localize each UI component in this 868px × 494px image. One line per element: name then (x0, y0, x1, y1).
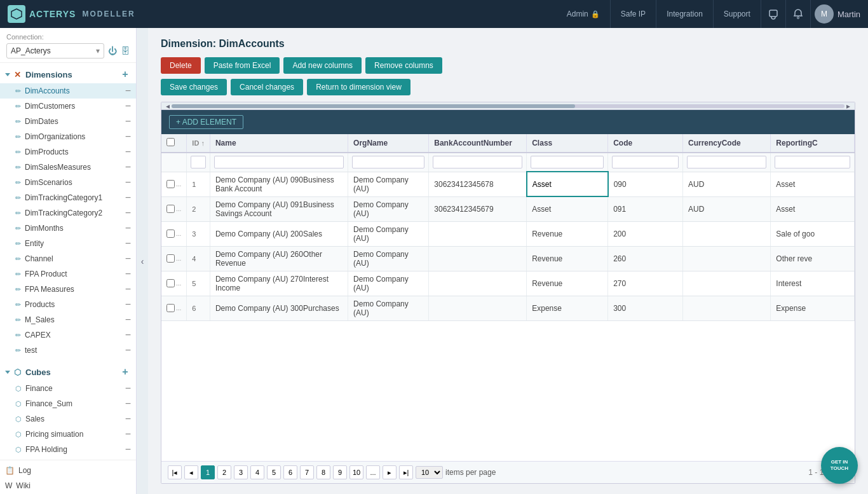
dim-track1-remove[interactable]: − (125, 193, 131, 203)
row-name-cell[interactable]: Demo Company (AU) 270Interest Income (210, 271, 348, 296)
row-reporting-cell[interactable]: Asset (771, 172, 855, 196)
pricing-remove[interactable]: − (125, 429, 131, 439)
row-orgname-cell[interactable]: Demo Company (AU) (348, 246, 429, 271)
scrollbar-track[interactable] (172, 104, 844, 108)
sales-remove[interactable]: − (125, 414, 131, 424)
row-class-cell[interactable] (527, 172, 608, 196)
dimensions-item-Products[interactable]: ✏ Products − (0, 297, 136, 312)
row-name-cell[interactable]: Demo Company (AU) 260Other Revenue (210, 246, 348, 271)
database-icon[interactable]: 🗄 (121, 46, 130, 56)
add-element-row[interactable]: + ADD ELEMENT (161, 110, 855, 134)
top-scrollbar[interactable]: ◂ ▸ (161, 102, 855, 110)
add-columns-button[interactable]: Add new columns (283, 57, 362, 74)
row-class-cell[interactable]: Revenue (527, 271, 608, 296)
col-code[interactable]: Code (608, 134, 683, 153)
filter-bank-input[interactable] (433, 156, 522, 168)
dim-prod-remove[interactable]: − (125, 147, 131, 157)
row-checkbox[interactable] (166, 180, 175, 188)
dimensions-item-DimOrganizations[interactable]: ✏ DimOrganizations − (0, 129, 136, 144)
row-class-cell[interactable]: Asset (527, 196, 608, 221)
dim-accounts-remove[interactable]: − (125, 86, 131, 96)
power-icon[interactable]: ⏻ (108, 46, 117, 56)
row-reporting-cell[interactable]: Interest (771, 271, 855, 296)
collapse-sidebar-btn[interactable]: ‹ (137, 28, 148, 494)
add-element-button[interactable]: + ADD ELEMENT (169, 115, 243, 129)
connection-select[interactable]: AP_Acterys ▾ (6, 43, 104, 58)
row-checkbox[interactable] (166, 230, 175, 238)
sidebar-log-item[interactable]: 📋 Log (0, 463, 136, 478)
dimensions-item-DimAccounts[interactable]: ✏ DimAccounts − (0, 83, 136, 99)
filter-class-input[interactable] (531, 156, 604, 168)
row-checkbox[interactable] (166, 254, 175, 263)
class-cell-input[interactable] (532, 180, 602, 189)
row-orgname-cell[interactable]: Demo Company (AU) (348, 172, 429, 196)
row-currency-cell[interactable]: AUD (683, 196, 771, 221)
row-checkbox[interactable] (166, 279, 175, 287)
filter-currency-input[interactable] (687, 156, 766, 168)
dimensions-item-DimCustomers[interactable]: ✏ DimCustomers − (0, 99, 136, 114)
page-9-btn[interactable]: 9 (333, 465, 347, 479)
col-id[interactable]: ID ↑ (187, 134, 210, 153)
col-bank[interactable]: BankAccountNumber (429, 134, 527, 153)
integration-btn[interactable]: Integration (656, 0, 714, 28)
cubes-add-btn[interactable]: + (119, 366, 131, 378)
dim-months-remove[interactable]: − (125, 223, 131, 233)
dim-scen-remove[interactable]: − (125, 177, 131, 188)
dimensions-item-DimTrackingCategory2[interactable]: ✏ DimTrackingCategory2 − (0, 205, 136, 221)
row-code-cell[interactable]: 200 (608, 221, 683, 246)
dimensions-header[interactable]: ✕ Dimensions + (0, 65, 136, 83)
page-size-select[interactable]: 10 25 50 (416, 466, 443, 479)
table-wrapper[interactable]: ID ↑ Name OrgName BankAccountNumber Clas… (161, 134, 855, 461)
row-code-cell[interactable]: 300 (608, 296, 683, 320)
row-reporting-cell[interactable]: Asset (771, 196, 855, 221)
row-name-cell[interactable]: Demo Company (AU) 300Purchases (210, 296, 348, 320)
row-code-cell[interactable]: 091 (608, 196, 683, 221)
filter-code-input[interactable] (612, 156, 679, 168)
select-all-checkbox[interactable] (166, 138, 175, 146)
row-bank-cell[interactable]: 30623412345678 (429, 172, 527, 196)
page-4-btn[interactable]: 4 (250, 465, 264, 479)
entity-remove[interactable]: − (125, 238, 131, 249)
row-bank-cell[interactable] (429, 246, 527, 271)
row-orgname-cell[interactable]: Demo Company (AU) (348, 196, 429, 221)
page-ellipsis-btn[interactable]: ... (366, 465, 380, 479)
col-name[interactable]: Name (210, 134, 348, 153)
filter-orgname-input[interactable] (352, 156, 424, 168)
dimensions-item-test[interactable]: ✏ test − (0, 343, 136, 358)
page-last-btn[interactable]: ▸| (399, 465, 413, 479)
dim-sales-remove[interactable]: − (125, 162, 131, 172)
row-currency-cell[interactable] (683, 271, 771, 296)
sidebar-item-FPA-Holding[interactable]: ⬡ FPA Holding − (0, 442, 136, 457)
products-remove[interactable]: − (125, 299, 131, 310)
row-bank-cell[interactable] (429, 296, 527, 320)
dim-dates-remove[interactable]: − (125, 116, 131, 127)
filter-name-input[interactable] (214, 156, 344, 168)
row-orgname-cell[interactable]: Demo Company (AU) (348, 221, 429, 246)
filter-id-input[interactable] (191, 156, 206, 168)
dimensions-item-MSales[interactable]: ✏ M_Sales − (0, 312, 136, 327)
avatar[interactable]: M (815, 4, 834, 24)
sidebar-item-Finance-Sum[interactable]: ⬡ Finance_Sum − (0, 396, 136, 411)
dimensions-item-DimScenarios[interactable]: ✏ DimScenarios − (0, 175, 136, 190)
finance-sum-remove[interactable]: − (125, 399, 131, 409)
sidebar-wiki-item[interactable]: W Wiki (0, 478, 136, 493)
row-currency-cell[interactable]: AUD (683, 172, 771, 196)
finance-remove[interactable]: − (125, 383, 131, 394)
sidebar-item-Finance[interactable]: ⬡ Finance − (0, 381, 136, 396)
dim-org-remove[interactable]: − (125, 132, 131, 142)
row-currency-cell[interactable] (683, 221, 771, 246)
dimensions-item-DimProducts[interactable]: ✏ DimProducts − (0, 144, 136, 160)
row-checkbox[interactable] (166, 304, 175, 312)
row-reporting-cell[interactable]: Other reve (771, 246, 855, 271)
support-btn[interactable]: Support (714, 0, 761, 28)
col-class[interactable]: Class (527, 134, 608, 153)
row-bank-cell[interactable]: 30623412345679 (429, 196, 527, 221)
admin-btn[interactable]: Admin (557, 0, 611, 28)
row-code-cell[interactable]: 260 (608, 246, 683, 271)
page-prev-btn[interactable]: ◂ (184, 465, 198, 479)
capex-remove[interactable]: − (125, 330, 131, 340)
dimensions-item-DimTrackingCategory1[interactable]: ✏ DimTrackingCategory1 − (0, 190, 136, 205)
row-bank-cell[interactable] (429, 271, 527, 296)
row-name-cell[interactable]: Demo Company (AU) 200Sales (210, 221, 348, 246)
row-orgname-cell[interactable]: Demo Company (AU) (348, 296, 429, 320)
